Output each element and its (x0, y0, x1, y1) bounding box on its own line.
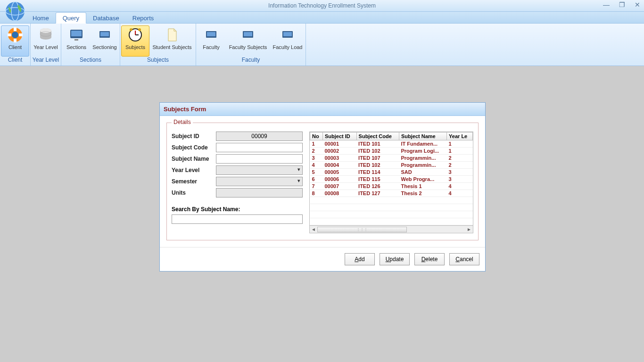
cell: SAD (399, 169, 446, 176)
monitor-icon (68, 27, 84, 43)
svg-rect-14 (74, 39, 78, 41)
cell: 8 (310, 190, 323, 197)
add-button[interactable]: Add (345, 253, 375, 265)
table-row[interactable]: 100001ITED 101IT Fundamen...1 (310, 140, 473, 148)
svg-rect-28 (283, 32, 292, 36)
table-row[interactable]: 600006ITED 115Web Progra...3 (310, 176, 473, 183)
group-faculty-label: Faculty (196, 57, 305, 65)
details-legend: Details (172, 119, 193, 125)
col-subject-code[interactable]: Subject Code (356, 132, 399, 140)
subject-code-input[interactable] (216, 143, 303, 152)
tab-query[interactable]: Query (56, 12, 86, 24)
svg-point-4 (12, 32, 18, 38)
cell: ITED 101 (356, 140, 399, 148)
scroll-left-icon[interactable]: ◄ (310, 227, 317, 232)
cell: Thesis 1 (399, 183, 446, 190)
scroll-thumb[interactable]: ⋮⋮⋮ (317, 227, 407, 232)
table-row-empty (310, 211, 473, 218)
cell: 3 (447, 169, 473, 176)
monitor-icon (280, 27, 296, 43)
client-button[interactable]: Client (1, 25, 29, 57)
svg-rect-8 (19, 33, 23, 36)
monitor-icon (203, 27, 219, 43)
cell: ITED 115 (356, 176, 399, 183)
form-title: Subjects Form (160, 103, 485, 116)
subject-code-label: Subject Code (172, 144, 216, 151)
faculty-button[interactable]: Faculty (197, 25, 225, 57)
titlebar: Information Technology Enrollment System… (0, 0, 644, 12)
faculty-subjects-button[interactable]: Faculty Subjects (225, 25, 271, 57)
cell: 4 (310, 162, 323, 169)
tab-database[interactable]: Database (86, 13, 126, 23)
ribbon: Client Client Year Level Year Level Sect… (0, 24, 644, 66)
cell: ITED 127 (356, 190, 399, 197)
app-icon[interactable] (4, 0, 26, 23)
col-subject-id[interactable]: Subject ID (322, 132, 356, 140)
cell: 3 (447, 176, 473, 183)
faculty-load-label: Faculty Load (273, 44, 303, 50)
sections-button[interactable]: Sections (62, 25, 91, 57)
close-button[interactable]: ✕ (635, 1, 640, 8)
tab-home[interactable]: Home (26, 13, 56, 23)
scroll-right-icon[interactable]: ► (465, 227, 473, 232)
svg-rect-6 (14, 39, 17, 42)
sections-label: Sections (66, 44, 86, 50)
cancel-text: ancel (460, 256, 473, 263)
cell: 5 (310, 169, 323, 176)
student-subjects-button[interactable]: Student Subjects (149, 25, 195, 57)
search-label: Search By Subject Name: (172, 206, 303, 213)
cell: 00004 (322, 162, 356, 169)
cell: Programmin... (399, 155, 446, 162)
table-row[interactable]: 700007ITED 126Thesis 14 (310, 183, 473, 190)
form-fields: Subject ID 00009 Subject Code Subject Na… (172, 132, 303, 233)
maximize-button[interactable]: ❐ (619, 1, 625, 8)
cell: 1 (310, 140, 323, 148)
subject-id-label: Subject ID (172, 133, 216, 140)
update-button[interactable]: Update (380, 253, 410, 265)
col-year-level[interactable]: Year Le (447, 132, 473, 140)
table-row[interactable]: 500005ITED 114SAD3 (310, 169, 473, 176)
database-icon (38, 27, 54, 43)
svg-point-21 (130, 28, 132, 31)
svg-rect-7 (8, 33, 11, 36)
sectioning-button[interactable]: Sectioning (91, 25, 119, 57)
cell: 00003 (322, 155, 356, 162)
units-label: Units (172, 189, 216, 196)
year-level-select[interactable] (216, 165, 303, 175)
search-input[interactable] (172, 214, 303, 224)
faculty-load-button[interactable]: Faculty Load (271, 25, 305, 57)
cell: 00006 (322, 176, 356, 183)
cancel-button[interactable]: Cancel (449, 253, 479, 265)
table-row-empty (310, 204, 473, 211)
group-yearlevel-label: Year Level (31, 57, 61, 65)
cell: 4 (447, 183, 473, 190)
delete-button[interactable]: Delete (414, 253, 445, 265)
cell: ITED 102 (356, 162, 399, 169)
svg-rect-13 (71, 31, 82, 36)
group-subjects: Subjects Student Subjects Subjects (120, 24, 196, 66)
cell: 6 (310, 176, 323, 183)
tab-reports[interactable]: Reports (126, 13, 161, 23)
window-title: Information Technology Enrollment System (0, 2, 644, 9)
table-row[interactable]: 800008ITED 127Thesis 24 (310, 190, 473, 197)
cell: Thesis 2 (399, 190, 446, 197)
table-row[interactable]: 300003ITED 107Programmin...2 (310, 155, 473, 162)
yearlevel-label: Year Level (33, 44, 58, 50)
table-row[interactable]: 200002ITED 102Program Logi...1 (310, 148, 473, 155)
subjects-button[interactable]: Subjects (121, 25, 149, 57)
group-sections-label: Sections (61, 57, 120, 65)
subject-name-input[interactable] (216, 154, 303, 164)
cell: Programmin... (399, 162, 446, 169)
table-row[interactable]: 400004ITED 102Programmin...2 (310, 162, 473, 169)
grid-hscroll[interactable]: ◄ ⋮⋮⋮ ► (310, 225, 473, 233)
col-no[interactable]: No (310, 132, 323, 140)
minimize-button[interactable]: — (603, 1, 610, 8)
yearlevel-button[interactable]: Year Level (32, 25, 60, 57)
cell: ITED 102 (356, 148, 399, 155)
cell: 1 (447, 140, 473, 148)
group-yearlevel: Year Level Year Level (31, 24, 61, 66)
semester-select[interactable] (216, 177, 303, 186)
subjects-grid[interactable]: No Subject ID Subject Code Subject Name … (309, 132, 473, 233)
semester-label: Semester (172, 178, 216, 185)
col-subject-name[interactable]: Subject Name (399, 132, 446, 140)
